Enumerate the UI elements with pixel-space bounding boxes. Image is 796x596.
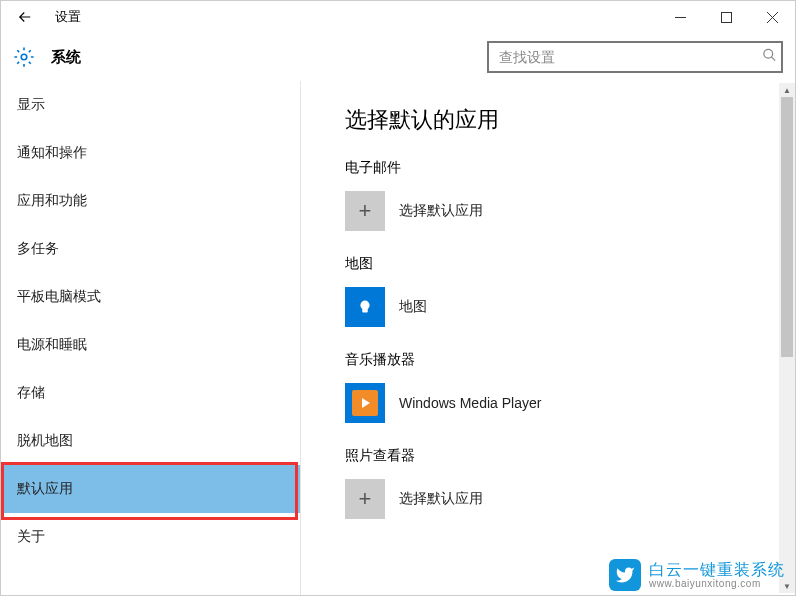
sidebar-item-label: 平板电脑模式: [17, 288, 101, 306]
search-input[interactable]: [487, 41, 783, 73]
sidebar-item-tablet-mode[interactable]: 平板电脑模式: [1, 273, 300, 321]
maps-icon: [345, 287, 385, 327]
back-arrow-icon: [16, 8, 34, 26]
sidebar-item-label: 电源和睡眠: [17, 336, 87, 354]
scroll-up-arrow-icon[interactable]: ▲: [779, 83, 795, 97]
scroll-down-arrow-icon[interactable]: ▼: [779, 579, 795, 593]
scrollbar-track[interactable]: ▲ ▼: [779, 83, 795, 593]
category-label-photo: 照片查看器: [345, 447, 751, 465]
back-button[interactable]: [1, 1, 49, 33]
search-icon[interactable]: [762, 48, 777, 67]
sidebar-item-apps-features[interactable]: 应用和功能: [1, 177, 300, 225]
svg-point-3: [360, 301, 369, 310]
sidebar-item-label: 通知和操作: [17, 144, 87, 162]
page-title: 选择默认的应用: [345, 105, 751, 135]
search-container: [487, 41, 783, 73]
sidebar-item-notifications[interactable]: 通知和操作: [1, 129, 300, 177]
plus-icon: +: [345, 191, 385, 231]
close-icon: [767, 12, 778, 23]
window-title: 设置: [55, 8, 81, 26]
gear-icon: [13, 46, 35, 68]
minimize-icon: [675, 12, 686, 23]
plus-icon: +: [345, 479, 385, 519]
sidebar-item-label: 应用和功能: [17, 192, 87, 210]
default-app-email[interactable]: + 选择默认应用: [345, 191, 751, 231]
app-label: Windows Media Player: [399, 395, 541, 411]
sidebar: 显示 通知和操作 应用和功能 多任务 平板电脑模式 电源和睡眠 存储 脱机地图 …: [1, 81, 301, 595]
close-button[interactable]: [749, 1, 795, 33]
default-app-music[interactable]: Windows Media Player: [345, 383, 751, 423]
minimize-button[interactable]: [657, 1, 703, 33]
maximize-icon: [721, 12, 732, 23]
default-app-photo[interactable]: + 选择默认应用: [345, 479, 751, 519]
sidebar-item-label: 显示: [17, 96, 45, 114]
wmp-icon: [345, 383, 385, 423]
sidebar-item-label: 默认应用: [17, 480, 73, 498]
sidebar-item-label: 脱机地图: [17, 432, 73, 450]
app-label: 选择默认应用: [399, 490, 483, 508]
sidebar-item-power-sleep[interactable]: 电源和睡眠: [1, 321, 300, 369]
titlebar: 设置: [1, 1, 795, 33]
category-label-music: 音乐播放器: [345, 351, 751, 369]
sidebar-item-default-apps[interactable]: 默认应用: [1, 465, 300, 513]
default-app-maps[interactable]: 地图: [345, 287, 751, 327]
header: 系统: [1, 33, 795, 81]
sidebar-item-display[interactable]: 显示: [1, 81, 300, 129]
svg-rect-0: [721, 12, 731, 22]
category-label-maps: 地图: [345, 255, 751, 273]
content-area: 显示 通知和操作 应用和功能 多任务 平板电脑模式 电源和睡眠 存储 脱机地图 …: [1, 81, 795, 595]
category-label-email: 电子邮件: [345, 159, 751, 177]
svg-point-1: [21, 54, 27, 60]
svg-point-2: [764, 49, 773, 58]
sidebar-item-label: 存储: [17, 384, 45, 402]
header-section-title: 系统: [51, 48, 81, 67]
sidebar-item-storage[interactable]: 存储: [1, 369, 300, 417]
maximize-button[interactable]: [703, 1, 749, 33]
window-controls: [657, 1, 795, 33]
main-panel: 选择默认的应用 电子邮件 + 选择默认应用 地图 地图 音乐播放器 Window…: [301, 81, 795, 595]
sidebar-item-multitasking[interactable]: 多任务: [1, 225, 300, 273]
app-label: 选择默认应用: [399, 202, 483, 220]
sidebar-item-about[interactable]: 关于: [1, 513, 300, 561]
scrollbar-thumb[interactable]: [781, 97, 793, 357]
sidebar-item-label: 关于: [17, 528, 45, 546]
svg-rect-4: [362, 309, 368, 313]
sidebar-item-offline-maps[interactable]: 脱机地图: [1, 417, 300, 465]
sidebar-item-label: 多任务: [17, 240, 59, 258]
app-label: 地图: [399, 298, 427, 316]
